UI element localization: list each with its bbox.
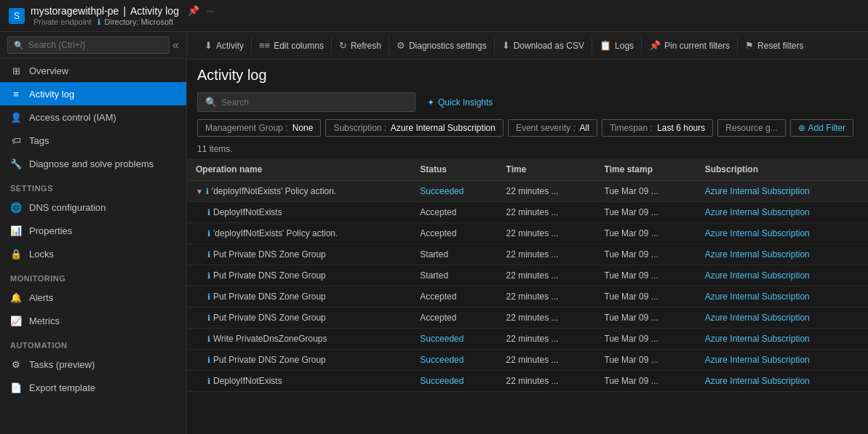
page-subtitle: Activity log — [130, 5, 179, 17]
sidebar-item-tags[interactable]: 🏷 Tags — [0, 129, 186, 152]
info-icon: ℹ — [207, 292, 210, 301]
timestamp-cell: Tue Mar 09 ... — [596, 286, 696, 308]
settings-section-label: Settings — [0, 175, 186, 196]
col-operation-name[interactable]: Operation name — [187, 158, 411, 181]
tags-icon: 🏷 — [10, 134, 22, 146]
info-icon: ℹ — [207, 313, 210, 322]
timestamp-cell: Tue Mar 09 ... — [596, 265, 696, 286]
edit-columns-button[interactable]: ≡≡ Edit columns — [252, 36, 332, 55]
table-row[interactable]: ℹPut Private DNS Zone GroupStarted22 min… — [187, 265, 868, 286]
sidebar-collapse-icon[interactable]: « — [172, 39, 179, 52]
add-filter-button[interactable]: ⊕ Add Filter — [790, 119, 853, 137]
subscription-cell[interactable]: Azure Internal Subscription — [696, 286, 868, 308]
sidebar-item-access-control[interactable]: 👤 Access control (IAM) — [0, 105, 186, 129]
subscription-cell[interactable]: Azure Internal Subscription — [696, 308, 868, 329]
table-row[interactable]: ℹPut Private DNS Zone GroupSucceeded22 m… — [187, 350, 868, 371]
page-header: Activity log — [187, 60, 868, 88]
monitoring-section-label: Monitoring — [0, 265, 186, 286]
search-box[interactable]: 🔍 — [197, 92, 415, 112]
subscription-cell[interactable]: Azure Internal Subscription — [696, 350, 868, 371]
pin-filters-button[interactable]: 📌 Pin current filters — [642, 36, 738, 55]
expand-icon[interactable]: ▼ — [196, 188, 203, 196]
quick-insights-button[interactable]: ✦ Quick Insights — [420, 94, 500, 111]
reset-filters-button[interactable]: ⚑ Reset filters — [738, 36, 811, 55]
info-icon: ℹ — [207, 355, 210, 364]
quick-insights-label: Quick Insights — [438, 97, 493, 108]
subscription-cell[interactable]: Azure Internal Subscription — [696, 223, 868, 244]
sidebar-search-box[interactable]: 🔍 — [7, 36, 170, 54]
operation-name-cell: ▼ℹ'deployIfNotExists' Policy action. — [187, 181, 411, 202]
time-cell: 22 minutes ... — [498, 308, 596, 329]
col-timestamp[interactable]: Time stamp — [596, 158, 696, 181]
subscription-cell[interactable]: Azure Internal Subscription — [696, 329, 868, 350]
info-icon: ℹ — [97, 17, 100, 27]
diagnostics-button[interactable]: ⚙ Diagnostics settings — [389, 36, 495, 55]
timestamp-cell: Tue Mar 09 ... — [596, 329, 696, 350]
properties-icon: 📊 — [10, 225, 22, 236]
sidebar-search-icon: 🔍 — [14, 41, 24, 50]
col-status[interactable]: Status — [411, 158, 497, 181]
sidebar-item-dns-config[interactable]: 🌐 DNS configuration — [0, 196, 186, 219]
search-input[interactable] — [221, 97, 407, 108]
filter-bar: 🔍 ✦ Quick Insights — [187, 88, 868, 116]
sidebar-item-overview[interactable]: ⊞ Overview — [0, 59, 186, 82]
sidebar-item-metrics[interactable]: 📈 Metrics — [0, 309, 186, 332]
sidebar-search-input[interactable] — [28, 40, 163, 50]
table-row[interactable]: ▼ℹ'deployIfNotExists' Policy action.Succ… — [187, 181, 868, 202]
resource-icon: S — [9, 8, 25, 24]
table-row[interactable]: ℹPut Private DNS Zone GroupStarted22 min… — [187, 244, 868, 265]
more-icon[interactable]: ··· — [207, 5, 215, 16]
subscription-cell[interactable]: Azure Internal Subscription — [696, 244, 868, 265]
sidebar-item-properties[interactable]: 📊 Properties — [0, 219, 186, 242]
table-row[interactable]: ℹ'deployIfNotExists' Policy action.Accep… — [187, 223, 868, 244]
subscription-cell[interactable]: Azure Internal Subscription — [696, 371, 868, 392]
timestamp-cell: Tue Mar 09 ... — [596, 244, 696, 265]
timestamp-cell: Tue Mar 09 ... — [596, 308, 696, 329]
sidebar-item-activity-log[interactable]: ≡ Activity log — [0, 82, 186, 105]
pin-label: Pin current filters — [664, 41, 730, 51]
chip-timespan[interactable]: Timespan : Last 6 hours — [602, 119, 713, 137]
info-icon: ℹ — [207, 271, 210, 280]
chips-row: Management Group : None Subscription : A… — [187, 116, 868, 141]
chip-mgmt-key: Management Group : — [205, 123, 287, 133]
table-row[interactable]: ℹDeployIfNotExistsAccepted22 minutes ...… — [187, 202, 868, 223]
table-row[interactable]: ℹWrite PrivateDnsZoneGroupsSucceeded22 m… — [187, 329, 868, 350]
sidebar-item-tasks[interactable]: ⚙ Tasks (preview) — [0, 353, 186, 376]
info-icon: ℹ — [207, 229, 210, 238]
subscription-cell[interactable]: Azure Internal Subscription — [696, 202, 868, 223]
chip-resource-g[interactable]: Resource g... — [717, 119, 785, 137]
refresh-icon: ↻ — [339, 40, 347, 51]
info-icon: ℹ — [207, 377, 210, 385]
directory-label: Directory: Microsoft — [105, 17, 174, 26]
col-subscription[interactable]: Subscription — [696, 158, 868, 181]
activity-table: Operation name Status Time Time stamp Su… — [187, 158, 868, 392]
sidebar-item-export[interactable]: 📄 Export template — [0, 376, 186, 399]
status-cell: Accepted — [411, 202, 497, 223]
refresh-label: Refresh — [351, 41, 381, 51]
table-row[interactable]: ℹDeployIfNotExistsSucceeded22 minutes ..… — [187, 371, 868, 392]
col-time[interactable]: Time — [498, 158, 596, 181]
subscription-cell[interactable]: Azure Internal Subscription — [696, 181, 868, 202]
chip-mgmt-value: None — [290, 123, 313, 133]
subscription-cell[interactable]: Azure Internal Subscription — [696, 265, 868, 286]
sidebar-item-locks[interactable]: 🔒 Locks — [0, 242, 186, 265]
table-header-row: Operation name Status Time Time stamp Su… — [187, 158, 868, 181]
chip-mgmt-group[interactable]: Management Group : None — [197, 119, 321, 137]
top-bar: S mystoragewithpl-pe | Activity log 📌 ··… — [0, 0, 868, 32]
metrics-icon: 📈 — [10, 315, 22, 326]
download-csv-button[interactable]: ⬇ Download as CSV — [495, 36, 592, 55]
table-row[interactable]: ℹPut Private DNS Zone GroupAccepted22 mi… — [187, 308, 868, 329]
table-row[interactable]: ℹPut Private DNS Zone GroupAccepted22 mi… — [187, 286, 868, 308]
activity-button[interactable]: ⬇ Activity — [197, 36, 252, 55]
sidebar-item-alerts[interactable]: 🔔 Alerts — [0, 286, 186, 309]
tasks-icon: ⚙ — [10, 358, 22, 370]
chip-event-severity[interactable]: Event severity : All — [508, 119, 597, 137]
status-cell: Succeeded — [411, 181, 497, 202]
pin-icon[interactable]: 📌 — [188, 5, 199, 16]
logs-button[interactable]: 📋 Logs — [592, 36, 642, 55]
refresh-button[interactable]: ↻ Refresh — [332, 36, 389, 55]
sidebar-item-diagnose[interactable]: 🔧 Diagnose and solve problems — [0, 152, 186, 175]
download-label: Download as CSV — [514, 41, 584, 51]
status-cell: Succeeded — [411, 371, 497, 392]
chip-subscription[interactable]: Subscription : Azure Internal Subscripti… — [325, 119, 503, 137]
